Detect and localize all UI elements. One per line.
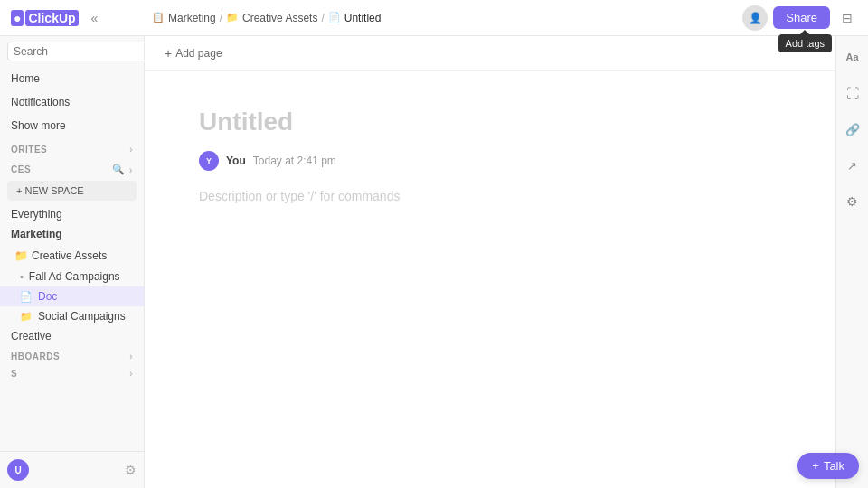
collapse-sidebar-button[interactable]: « bbox=[88, 7, 102, 29]
content-area: + Add page Untitled Y You Today at 2:41 … bbox=[145, 36, 835, 488]
doc-timestamp: Today at 2:41 pm bbox=[253, 155, 336, 167]
share-button[interactable]: Share bbox=[773, 6, 830, 29]
sidebar-item-doc[interactable]: 📄 Doc bbox=[0, 286, 144, 306]
talk-button[interactable]: + Talk bbox=[797, 453, 859, 479]
settings-icon[interactable]: ⚙ bbox=[841, 190, 864, 213]
sidebar-item-social-campaigns[interactable]: 📁 Social Campaigns bbox=[0, 306, 144, 326]
doc-content: Untitled Y You Today at 2:41 pm Descript… bbox=[145, 71, 835, 488]
user-avatar[interactable]: U bbox=[7, 459, 29, 481]
top-bar-right: 👤 Add tags Share ⊟ bbox=[742, 5, 859, 31]
favorites-chevron-icon: › bbox=[129, 145, 133, 155]
creative-assets-left: 📁 Creative Assets bbox=[14, 249, 107, 262]
dashboards-chevron-icon: › bbox=[129, 352, 133, 361]
creative-label: Creative bbox=[11, 330, 52, 343]
favorites-label: ORITES bbox=[11, 145, 47, 155]
sidebar-item-everything[interactable]: Everything bbox=[0, 204, 144, 224]
content-toolbar: + Add page bbox=[145, 36, 835, 71]
logo: ●ClickUp bbox=[11, 11, 80, 25]
goals-section-header[interactable]: S › bbox=[0, 363, 144, 380]
add-page-icon: + bbox=[165, 46, 172, 61]
breadcrumb-icon-1: 📁 bbox=[226, 12, 239, 23]
dashboards-section-header[interactable]: HBOARDS › bbox=[0, 346, 144, 363]
breadcrumb-sep-1: / bbox=[321, 12, 324, 24]
breadcrumb-icon-0: 📋 bbox=[152, 12, 165, 23]
social-campaigns-label: Social Campaigns bbox=[38, 310, 126, 323]
doc-label: Doc bbox=[38, 290, 57, 303]
breadcrumb-item-creative-assets[interactable]: Creative Assets bbox=[242, 12, 317, 24]
dashboards-label: HBOARDS bbox=[11, 352, 60, 361]
sidebar-item-notifications[interactable]: Notifications bbox=[0, 90, 144, 114]
logo-area: ●ClickUp « bbox=[0, 7, 145, 29]
share-icon[interactable]: ↗ bbox=[841, 154, 864, 177]
sidebar-item-creative[interactable]: Creative bbox=[0, 326, 144, 346]
talk-icon: + bbox=[812, 459, 819, 473]
add-page-button[interactable]: + Add page bbox=[159, 43, 228, 63]
folder-icon-2: 📁 bbox=[20, 311, 33, 323]
goals-chevron-icon: › bbox=[129, 369, 133, 379]
marketing-label: Marketing bbox=[11, 228, 62, 240]
everything-label: Everything bbox=[11, 208, 62, 221]
creative-assets-more-button[interactable]: ··· bbox=[114, 248, 126, 263]
breadcrumb: 📋 Marketing / 📁 Creative Assets / 📄 Unti… bbox=[152, 12, 381, 24]
show-more-label: Show more bbox=[11, 119, 66, 132]
doc-icon: 📄 bbox=[20, 291, 33, 303]
breadcrumb-sep-0: / bbox=[220, 12, 222, 24]
link-icon[interactable]: 🔗 bbox=[841, 117, 864, 141]
top-bar: ●ClickUp « 📋 Marketing / 📁 Creative Asse… bbox=[0, 0, 868, 36]
notifications-label: Notifications bbox=[11, 96, 70, 108]
sidebar-bottom: U ⚙ bbox=[0, 451, 144, 488]
spaces-search-icon[interactable]: 🔍 bbox=[112, 164, 126, 175]
sidebar-item-creative-assets[interactable]: 📁 Creative Assets ··· + bbox=[0, 244, 144, 267]
logo-text: ClickUp bbox=[25, 10, 78, 26]
toggle-panels-button[interactable]: ⊟ bbox=[835, 6, 859, 30]
main-layout: ✦ Home Notifications Show more ORITES › … bbox=[0, 36, 868, 488]
sidebar: ✦ Home Notifications Show more ORITES › … bbox=[0, 36, 145, 488]
author-name: You bbox=[226, 155, 246, 167]
sidebar-item-marketing[interactable]: Marketing bbox=[0, 224, 144, 244]
sidebar-item-fall-ad-campaigns[interactable]: • Fall Ad Campaigns bbox=[0, 267, 144, 286]
breadcrumb-item-marketing[interactable]: Marketing bbox=[168, 12, 216, 24]
new-space-label: + NEW SPACE bbox=[16, 185, 84, 196]
home-label: Home bbox=[11, 72, 40, 85]
favorites-section-header[interactable]: ORITES › bbox=[0, 137, 144, 156]
author-avatar: Y bbox=[199, 151, 219, 171]
breadcrumb-icon-2: 📄 bbox=[328, 12, 341, 23]
talk-label: Talk bbox=[824, 459, 844, 473]
spaces-label: CES bbox=[11, 164, 31, 174]
top-bar-left: ●ClickUp « 📋 Marketing / 📁 Creative Asse… bbox=[0, 7, 381, 29]
sidebar-item-show-more[interactable]: Show more bbox=[0, 114, 144, 137]
sidebar-item-home[interactable]: Home bbox=[0, 67, 144, 90]
add-page-label: Add page bbox=[175, 47, 222, 60]
add-tags-tooltip: Add tags bbox=[778, 34, 832, 52]
doc-meta: Y You Today at 2:41 pm bbox=[199, 151, 781, 171]
spaces-section-header: CES 🔍 › bbox=[0, 156, 144, 177]
sidebar-search-area: ✦ bbox=[0, 36, 144, 67]
user-avatar-button[interactable]: 👤 bbox=[742, 5, 768, 31]
text-format-icon[interactable]: Aa bbox=[841, 45, 864, 69]
fall-ad-campaigns-label: Fall Ad Campaigns bbox=[29, 270, 120, 283]
doc-placeholder[interactable]: Description or type '/' for commands bbox=[199, 189, 781, 203]
goals-label: S bbox=[11, 369, 17, 379]
creative-assets-label: Creative Assets bbox=[32, 249, 107, 262]
right-sidebar: Aa ⛶ 🔗 ↗ ⚙ bbox=[835, 36, 868, 488]
folder-icon: 📁 bbox=[14, 249, 28, 262]
new-space-button[interactable]: + NEW SPACE bbox=[7, 181, 137, 201]
sidebar-settings-icon[interactable]: ⚙ bbox=[125, 463, 137, 477]
search-input[interactable] bbox=[7, 42, 145, 61]
creative-assets-add-button[interactable]: + bbox=[127, 248, 137, 263]
spaces-chevron-icon[interactable]: › bbox=[129, 164, 133, 175]
bullet-icon: • bbox=[20, 271, 24, 282]
doc-title[interactable]: Untitled bbox=[199, 108, 781, 136]
fullscreen-icon[interactable]: ⛶ bbox=[841, 81, 864, 105]
breadcrumb-current: Untitled bbox=[344, 12, 382, 24]
